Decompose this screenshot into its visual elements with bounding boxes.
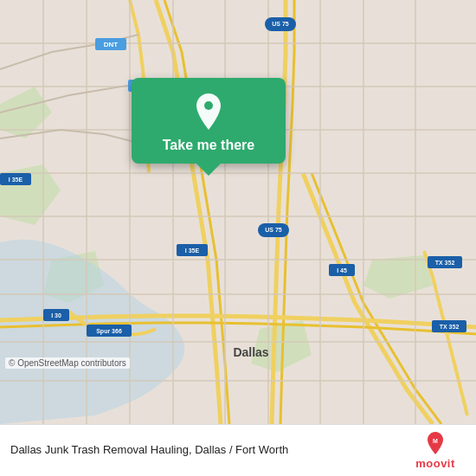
popup-label: Take me there xyxy=(163,137,254,153)
svg-text:Spur 366: Spur 366 xyxy=(96,328,122,335)
moovit-pin-icon: M xyxy=(426,431,445,455)
svg-text:US 75: US 75 xyxy=(272,21,289,27)
svg-text:I 30: I 30 xyxy=(51,312,61,318)
bottom-bar: Dallas Junk Trash Removal Hauling, Dalla… xyxy=(0,424,476,476)
svg-text:I 35E: I 35E xyxy=(9,177,23,183)
svg-text:TX 352: TX 352 xyxy=(440,324,460,330)
map-attribution: © OpenStreetMap contributors xyxy=(5,357,130,369)
svg-text:Dallas: Dallas xyxy=(233,345,268,359)
map-container: DNT DNT DN US 75 US 75 I 35E I 35E I 45 … xyxy=(0,0,476,424)
svg-point-49 xyxy=(204,101,213,110)
location-pin-icon xyxy=(193,92,224,130)
svg-text:I 35E: I 35E xyxy=(185,248,200,254)
business-info: Dallas Junk Trash Removal Hauling, Dalla… xyxy=(10,443,288,458)
moovit-logo: M moovit xyxy=(405,431,466,470)
moovit-text: moovit xyxy=(415,457,455,470)
svg-text:US 75: US 75 xyxy=(265,227,282,233)
svg-text:TX 352: TX 352 xyxy=(435,260,455,266)
svg-text:I 45: I 45 xyxy=(337,267,347,273)
svg-text:DNT: DNT xyxy=(104,41,119,48)
business-name: Dallas Junk Trash Removal Hauling, Dalla… xyxy=(10,443,288,456)
popup-card[interactable]: Take me there xyxy=(132,78,286,164)
svg-text:M: M xyxy=(433,438,438,444)
